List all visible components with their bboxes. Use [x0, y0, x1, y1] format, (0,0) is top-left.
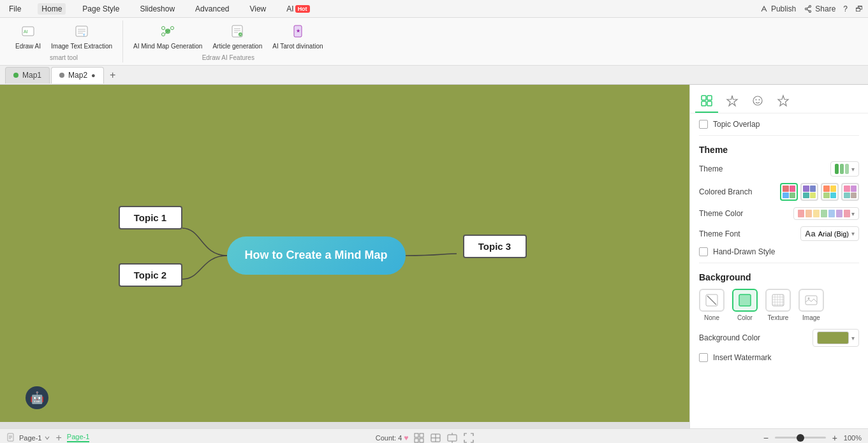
edraw-ai-features-label: Edraw AI Features	[202, 54, 254, 61]
edraw-ai-icon: AI	[21, 24, 35, 41]
publish-button[interactable]: Publish	[760, 4, 796, 13]
panel-tab-sparkle[interactable]	[721, 90, 744, 113]
branch-opt-3[interactable]	[821, 183, 839, 201]
hand-drawn-checkbox[interactable]	[699, 247, 708, 256]
ai-tarot-tool[interactable]: ★ AI Tarot divination	[268, 22, 327, 53]
theme-font-dropdown[interactable]: Aa Arial (Big) ▾	[800, 226, 859, 241]
bc3-c1	[823, 185, 830, 192]
palette-c5	[828, 210, 835, 217]
menu-ai[interactable]: AI Hot	[283, 3, 313, 15]
bc3-c4	[830, 192, 837, 199]
bc2-c3	[803, 192, 809, 199]
add-page-button[interactable]: +	[55, 432, 61, 444]
count-badge: Count: 4 ♥	[376, 433, 409, 442]
tab-map2[interactable]: Map2 ●	[51, 67, 104, 84]
zoom-slider[interactable]	[775, 437, 826, 439]
branch-opt-4[interactable]	[841, 183, 859, 201]
article-gen-tool[interactable]: AI Article generation	[209, 22, 266, 53]
svg-text:★: ★	[296, 28, 300, 34]
bg-color-dropdown[interactable]: ▾	[813, 329, 859, 347]
topic-3-label: Topic 3	[478, 241, 511, 252]
count-label: Count: 4	[376, 434, 402, 442]
theme-color-mint	[845, 164, 849, 174]
menu-home[interactable]: Home	[38, 3, 66, 15]
article-gen-label: Article generation	[212, 43, 262, 50]
share-icon	[804, 4, 813, 13]
bg-texture-opt[interactable]: Texture	[765, 289, 791, 321]
colored-branch-row: Colored Branch	[699, 183, 859, 201]
svg-rect-28	[707, 96, 712, 100]
topic-overlap-label: Topic Overlap	[713, 120, 760, 129]
help-button[interactable]: ?	[843, 4, 848, 13]
fullscreen-icon[interactable]	[463, 432, 474, 444]
font-icon: Aa	[805, 229, 816, 238]
theme-section-title: Theme	[699, 145, 859, 155]
menu-view[interactable]: View	[246, 3, 270, 15]
branch-opt-1[interactable]	[780, 183, 798, 201]
bc2-c1	[803, 185, 809, 192]
page-chevron-icon	[44, 435, 50, 441]
mind-map-gen-tool[interactable]: AI Mind Map Generation	[129, 22, 206, 53]
svg-point-13	[162, 27, 165, 30]
hand-drawn-label: Hand-Drawn Style	[713, 247, 775, 256]
bg-color-opt[interactable]: Color	[732, 289, 758, 321]
bg-none-opt[interactable]: None	[699, 289, 725, 321]
status-right: − + 100%	[761, 433, 862, 443]
image-text-tool[interactable]: T Image Text Extraction	[47, 22, 116, 53]
menu-file[interactable]: File	[5, 3, 25, 15]
theme-dropdown[interactable]: ▾	[830, 161, 859, 177]
zoom-minus-button[interactable]: −	[761, 433, 771, 443]
svg-rect-53	[415, 433, 418, 437]
panel-tab-emoji[interactable]	[746, 90, 769, 113]
topic-overlap-checkbox[interactable]	[699, 120, 708, 129]
tab-map1-label: Map1	[22, 71, 41, 80]
star-tab-icon	[777, 94, 790, 107]
status-center: Count: 4 ♥	[376, 432, 475, 444]
restore-button[interactable]: 🗗	[855, 4, 863, 13]
tab-bar: Map1 Map2 ● +	[0, 66, 868, 85]
tab-map2-label: Map2	[68, 71, 87, 80]
fit-view-icon[interactable]	[446, 432, 458, 444]
robot-assistant-button[interactable]: 🤖	[26, 386, 48, 409]
theme-color-dropdown[interactable]: ▾	[793, 207, 859, 220]
menu-page-style[interactable]: Page Style	[78, 3, 123, 15]
grid-view-icon[interactable]	[413, 432, 425, 444]
topic-overlap-row: Topic Overlap	[699, 120, 859, 129]
branch-opt-2[interactable]	[800, 183, 818, 201]
ai-label: AI	[286, 4, 293, 13]
bg-image-opt[interactable]: Image	[798, 289, 824, 321]
canvas-scrollbar[interactable]	[0, 422, 689, 428]
bc4-c2	[851, 185, 857, 192]
edraw-ai-label: Edraw AI	[15, 43, 41, 50]
bc4-c4	[851, 192, 857, 199]
theme-font-row: Theme Font Aa Arial (Big) ▾	[699, 226, 859, 241]
panel-tab-star[interactable]	[772, 90, 795, 113]
canvas-area[interactable]: Topic 1 Topic 2 How to Create a Mind Map…	[0, 85, 689, 428]
bg-texture-icon	[765, 289, 791, 312]
topic-2-box[interactable]: Topic 2	[119, 263, 182, 287]
list-view-icon[interactable]	[430, 432, 441, 444]
central-node-text: How to Create a Mind Map	[244, 249, 387, 262]
publish-icon	[760, 4, 769, 13]
add-tab-button[interactable]: +	[105, 68, 121, 83]
bc1-c1	[783, 185, 789, 192]
menu-advanced[interactable]: Advanced	[191, 3, 233, 15]
zoom-plus-button[interactable]: +	[830, 433, 840, 443]
topic-3-box[interactable]: Topic 3	[463, 235, 527, 258]
topic-1-box[interactable]: Topic 1	[119, 206, 182, 229]
watermark-checkbox[interactable]	[699, 353, 708, 362]
bg-image-label: Image	[802, 314, 820, 321]
tab-map1[interactable]: Map1	[5, 67, 50, 84]
svg-point-31	[753, 96, 762, 105]
edraw-ai-tool[interactable]: AI Edraw AI	[11, 22, 45, 53]
share-button[interactable]: Share	[804, 4, 835, 13]
svg-rect-30	[707, 101, 712, 106]
bg-image-icon	[798, 289, 824, 312]
palette-c6	[836, 210, 842, 217]
svg-point-0	[809, 5, 811, 7]
central-node[interactable]: How to Create a Mind Map	[227, 236, 406, 275]
panel-divider-1	[699, 135, 859, 136]
panel-tab-layout[interactable]	[695, 90, 718, 113]
robot-face-icon: 🤖	[30, 391, 44, 405]
menu-slideshow[interactable]: Slideshow	[136, 3, 179, 15]
